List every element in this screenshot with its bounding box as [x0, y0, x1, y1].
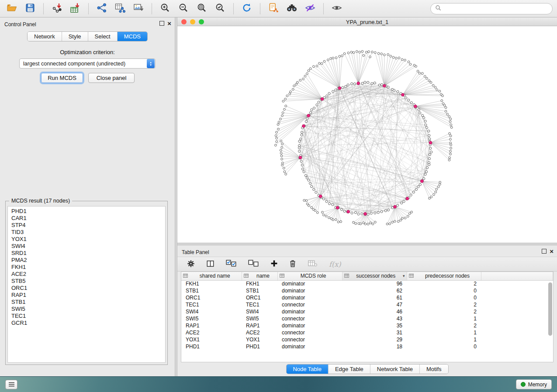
network-dominator-node[interactable] — [394, 205, 397, 208]
network-satellite-node[interactable] — [370, 222, 372, 224]
network-satellite-node[interactable] — [337, 221, 339, 223]
delete-table-button[interactable] — [308, 258, 318, 270]
network-satellite-node[interactable] — [332, 57, 334, 59]
network-satellite-node[interactable] — [311, 206, 313, 209]
network-node[interactable] — [428, 158, 430, 160]
network-satellite-node[interactable] — [318, 62, 321, 65]
network-node[interactable] — [343, 210, 346, 212]
import-network-button[interactable] — [49, 2, 64, 15]
network-satellite-node[interactable] — [276, 131, 278, 134]
mcds-result-item[interactable]: SRD1 — [11, 250, 165, 257]
float-panel-icon[interactable] — [542, 249, 547, 254]
network-satellite-node[interactable] — [445, 110, 447, 113]
network-node[interactable] — [374, 82, 376, 84]
network-satellite-node[interactable] — [400, 219, 402, 221]
network-satellite-node[interactable] — [394, 220, 396, 223]
zoom-fit-button[interactable] — [194, 2, 209, 15]
network-satellite-node[interactable] — [322, 211, 324, 213]
network-node[interactable] — [309, 182, 311, 184]
mcds-result-item[interactable]: CAR1 — [11, 215, 165, 222]
network-node[interactable] — [378, 84, 381, 86]
network-satellite-node[interactable] — [374, 221, 376, 224]
network-satellite-node[interactable] — [341, 55, 343, 57]
network-satellite-node[interactable] — [435, 191, 437, 193]
network-satellite-node[interactable] — [436, 89, 438, 91]
network-satellite-node[interactable] — [353, 52, 355, 54]
network-dominator-node[interactable] — [383, 84, 386, 87]
network-node[interactable] — [298, 140, 301, 142]
network-node[interactable] — [345, 86, 347, 88]
network-node[interactable] — [429, 153, 431, 155]
network-satellite-node[interactable] — [407, 215, 409, 217]
network-dominator-node[interactable] — [336, 206, 339, 210]
network-dominator-node[interactable] — [302, 124, 305, 127]
mcds-result-item[interactable]: SWI5 — [11, 306, 165, 313]
network-satellite-node[interactable] — [358, 223, 360, 225]
network-satellite-node[interactable] — [295, 83, 298, 86]
mcds-result-item[interactable]: STB5 — [11, 278, 165, 285]
network-satellite-node[interactable] — [409, 63, 412, 65]
network-satellite-node[interactable] — [323, 60, 325, 62]
show-columns-button[interactable] — [206, 258, 214, 270]
apply-layout-button[interactable] — [239, 2, 254, 15]
copy-network-button[interactable] — [266, 2, 281, 15]
network-satellite-node[interactable] — [302, 78, 304, 80]
network-satellite-node[interactable] — [330, 218, 332, 220]
network-satellite-node[interactable] — [436, 188, 438, 190]
network-node[interactable] — [381, 210, 383, 213]
network-satellite-node[interactable] — [285, 105, 287, 107]
column-header-shared-name[interactable]: shared name — [181, 272, 242, 280]
network-node[interactable] — [310, 111, 312, 113]
network-satellite-node[interactable] — [281, 146, 283, 148]
network-node[interactable] — [424, 120, 426, 122]
network-node[interactable] — [301, 164, 303, 166]
mcds-result-item[interactable]: SWI4 — [11, 243, 165, 250]
mcds-result-list[interactable]: PHD1CAR1STP4TID3YOX1SWI4SRD1PMA2FKH1ACE2… — [7, 206, 166, 363]
network-node[interactable] — [381, 83, 383, 86]
network-satellite-node[interactable] — [450, 153, 452, 155]
network-node[interactable] — [353, 83, 356, 85]
network-node[interactable] — [325, 200, 328, 203]
network-satellite-node[interactable] — [327, 59, 329, 61]
tab-mcds[interactable]: MCDS — [118, 32, 147, 41]
zoom-in-button[interactable] — [158, 2, 173, 15]
network-satellite-node[interactable] — [450, 138, 452, 141]
network-satellite-node[interactable] — [303, 199, 305, 202]
network-satellite-node[interactable] — [391, 221, 394, 224]
network-satellite-node[interactable] — [449, 133, 451, 135]
network-satellite-node[interactable] — [372, 223, 374, 225]
column-header-successor-nodes[interactable]: successor nodes▾ — [342, 272, 407, 280]
statusbar-menu-button[interactable] — [5, 380, 17, 389]
network-node[interactable] — [332, 90, 334, 93]
network-node[interactable] — [430, 151, 432, 153]
network-node[interactable] — [313, 188, 315, 190]
network-satellite-node[interactable] — [313, 65, 315, 68]
network-satellite-node[interactable] — [328, 217, 330, 219]
network-satellite-node[interactable] — [283, 167, 285, 169]
network-satellite-node[interactable] — [321, 62, 323, 65]
table-row[interactable]: TEC1TEC1connector472 — [181, 301, 553, 308]
network-satellite-node[interactable] — [312, 208, 315, 210]
network-node[interactable] — [419, 183, 421, 186]
network-satellite-node[interactable] — [367, 223, 369, 225]
network-satellite-node[interactable] — [335, 57, 337, 59]
network-satellite-node[interactable] — [408, 213, 411, 215]
network-node[interactable] — [347, 84, 349, 86]
network-node[interactable] — [423, 117, 425, 119]
network-satellite-node[interactable] — [443, 104, 446, 107]
network-node[interactable] — [351, 83, 353, 85]
network-dominator-node[interactable] — [319, 195, 322, 198]
network-node[interactable] — [306, 177, 308, 179]
network-satellite-node[interactable] — [350, 51, 353, 53]
tab-style[interactable]: Style — [62, 32, 88, 41]
network-satellite-node[interactable] — [448, 159, 450, 161]
network-node[interactable] — [303, 171, 305, 173]
network-satellite-node[interactable] — [286, 95, 288, 97]
close-panel-icon[interactable]: × — [167, 21, 171, 26]
network-node[interactable] — [374, 212, 376, 214]
network-satellite-node[interactable] — [415, 65, 417, 68]
network-node[interactable] — [428, 164, 430, 166]
network-satellite-node[interactable] — [390, 55, 392, 57]
column-header-name[interactable]: name — [242, 272, 277, 280]
network-node[interactable] — [300, 138, 302, 140]
